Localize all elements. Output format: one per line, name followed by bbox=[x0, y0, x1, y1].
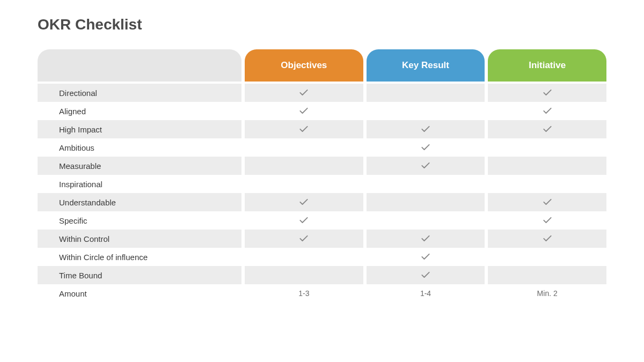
table-row: Understandable bbox=[38, 193, 606, 211]
cell-objectives bbox=[245, 102, 363, 120]
cell-initiative bbox=[488, 102, 606, 120]
okr-table: Objectives Key Result Initiative Directi… bbox=[38, 49, 606, 302]
cell-initiative bbox=[488, 248, 606, 266]
cell-objectives bbox=[245, 120, 363, 138]
check-icon bbox=[298, 233, 309, 245]
row-label: Measurable bbox=[38, 157, 241, 175]
table-row: Ambitious bbox=[38, 138, 606, 157]
check-icon bbox=[298, 196, 309, 209]
cell-key_result bbox=[367, 120, 485, 138]
row-label: Specific bbox=[38, 211, 241, 230]
cell-initiative bbox=[488, 266, 606, 284]
cell-objectives bbox=[245, 266, 363, 284]
page-title: OKR Checklist bbox=[38, 16, 606, 33]
cell-initiative bbox=[488, 193, 606, 211]
header-objectives: Objectives bbox=[245, 49, 363, 82]
row-label: High Impact bbox=[38, 120, 241, 138]
cell-objectives bbox=[245, 138, 363, 157]
cell-key_result bbox=[367, 230, 485, 248]
cell-objectives bbox=[245, 175, 363, 193]
cell-initiative bbox=[488, 157, 606, 175]
cell-objectives bbox=[245, 193, 363, 211]
row-label: Within Control bbox=[38, 230, 241, 248]
cell-key_result bbox=[367, 248, 485, 266]
cell-key_result bbox=[367, 175, 485, 193]
table-row: Within Control bbox=[38, 230, 606, 248]
check-icon bbox=[420, 233, 431, 245]
cell-initiative bbox=[488, 175, 606, 193]
cell-objectives bbox=[245, 211, 363, 230]
row-label: Aligned bbox=[38, 102, 241, 120]
table-row: Within Circle of influence bbox=[38, 248, 606, 266]
cell-initiative bbox=[488, 84, 606, 102]
header-blank bbox=[38, 49, 241, 82]
check-icon bbox=[542, 196, 553, 209]
cell-key_result bbox=[367, 138, 485, 157]
table-row: Amount1-31-4Min. 2 bbox=[38, 284, 606, 302]
cell-objectives bbox=[245, 157, 363, 175]
cell-objectives bbox=[245, 84, 363, 102]
cell-initiative bbox=[488, 120, 606, 138]
cell-objectives bbox=[245, 248, 363, 266]
cell-key_result bbox=[367, 211, 485, 230]
row-label: Ambitious bbox=[38, 138, 241, 157]
check-icon bbox=[542, 123, 553, 136]
table-row: Directional bbox=[38, 84, 606, 102]
cell-objectives: 1-3 bbox=[245, 284, 363, 302]
header-key-result: Key Result bbox=[367, 49, 485, 82]
table-row: Measurable bbox=[38, 157, 606, 175]
cell-text: Min. 2 bbox=[537, 289, 558, 298]
check-icon bbox=[420, 160, 431, 172]
table-row: High Impact bbox=[38, 120, 606, 138]
check-icon bbox=[542, 105, 553, 117]
row-label: Directional bbox=[38, 84, 241, 102]
cell-objectives bbox=[245, 230, 363, 248]
cell-initiative bbox=[488, 230, 606, 248]
check-icon bbox=[542, 233, 553, 245]
table-row: Aligned bbox=[38, 102, 606, 120]
cell-text: 1-4 bbox=[420, 289, 431, 298]
row-label: Amount bbox=[38, 284, 241, 302]
check-icon bbox=[298, 87, 309, 99]
check-icon bbox=[420, 142, 431, 154]
cell-key_result bbox=[367, 157, 485, 175]
row-label: Understandable bbox=[38, 193, 241, 211]
row-label: Inspirational bbox=[38, 175, 241, 193]
check-icon bbox=[298, 105, 309, 117]
cell-text: 1-3 bbox=[298, 289, 309, 298]
cell-key_result bbox=[367, 84, 485, 102]
check-icon bbox=[298, 123, 309, 136]
cell-key_result: 1-4 bbox=[367, 284, 485, 302]
cell-key_result bbox=[367, 266, 485, 284]
cell-key_result bbox=[367, 102, 485, 120]
row-label: Time Bound bbox=[38, 266, 241, 284]
cell-key_result bbox=[367, 193, 485, 211]
check-icon bbox=[298, 215, 309, 227]
table-body: DirectionalAlignedHigh ImpactAmbitiousMe… bbox=[38, 84, 606, 302]
check-icon bbox=[420, 123, 431, 136]
table-header-row: Objectives Key Result Initiative bbox=[38, 49, 606, 82]
check-icon bbox=[542, 87, 553, 99]
check-icon bbox=[542, 215, 553, 227]
table-row: Specific bbox=[38, 211, 606, 230]
cell-initiative bbox=[488, 138, 606, 157]
header-initiative: Initiative bbox=[488, 49, 606, 82]
cell-initiative bbox=[488, 211, 606, 230]
check-icon bbox=[420, 251, 431, 263]
cell-initiative: Min. 2 bbox=[488, 284, 606, 302]
check-icon bbox=[420, 269, 431, 282]
table-row: Inspirational bbox=[38, 175, 606, 193]
row-label: Within Circle of influence bbox=[38, 248, 241, 266]
table-row: Time Bound bbox=[38, 266, 606, 284]
